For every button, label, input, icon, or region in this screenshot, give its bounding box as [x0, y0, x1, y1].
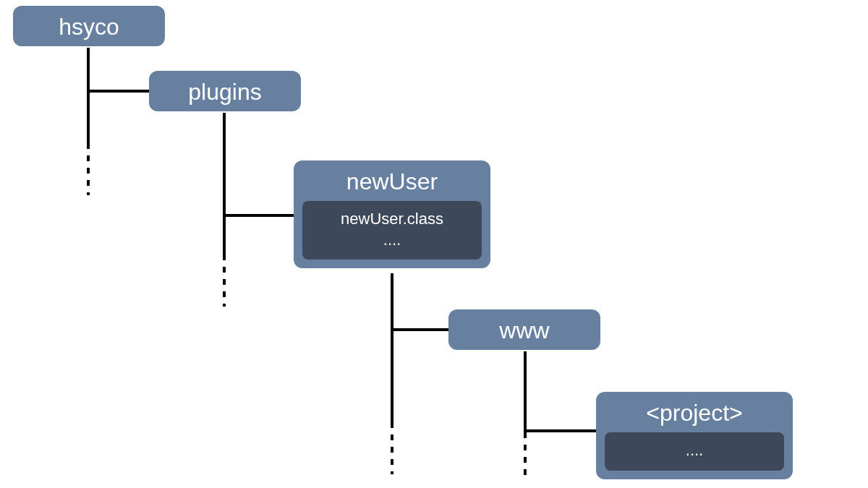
connector-dash-newuser [391, 422, 393, 474]
node-project-label: <project> [596, 392, 793, 432]
connector-v-newuser [391, 273, 393, 422]
node-www: www [448, 309, 600, 350]
node-project: <project> .... [596, 392, 793, 479]
node-hsyco-label: hsyco [13, 6, 165, 46]
node-newuser-inner-line2: .... [308, 231, 476, 249]
connector-h-hsyco-plugins [87, 90, 149, 93]
diagram-canvas: hsyco plugins newUser newUser.class ....… [0, 0, 868, 488]
node-project-inner: .... [605, 432, 784, 470]
node-project-inner-line1: .... [610, 441, 778, 460]
connector-dash-www [524, 432, 527, 476]
connector-h-newuser-www [391, 328, 448, 331]
node-hsyco: hsyco [13, 6, 165, 46]
node-newuser-label: newUser [294, 160, 490, 201]
connector-dash-plugins [223, 254, 226, 307]
connector-v-www [524, 351, 527, 432]
node-newuser-inner-line1: newUser.class [308, 210, 476, 228]
connector-h-plugins-newuser [223, 214, 294, 217]
connector-dash-hsyco [87, 143, 90, 195]
connector-h-www-project [524, 429, 596, 432]
node-plugins-label: plugins [149, 71, 301, 111]
connector-v-plugins [223, 113, 226, 254]
node-www-label: www [448, 309, 600, 350]
node-newuser: newUser newUser.class .... [294, 160, 490, 268]
connector-v-hsyco [87, 48, 90, 143]
node-newuser-inner: newUser.class .... [302, 201, 482, 260]
node-plugins: plugins [149, 71, 301, 111]
